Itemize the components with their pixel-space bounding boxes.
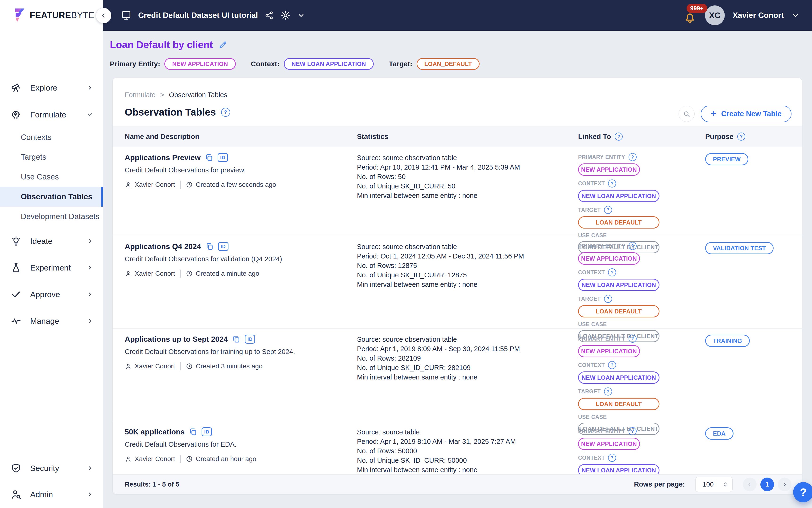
target-pill[interactable]: LOAN_DEFAULT bbox=[417, 58, 480, 70]
help-icon[interactable]: ? bbox=[604, 206, 612, 214]
help-icon[interactable]: ? bbox=[615, 132, 623, 140]
entity-pill[interactable]: NEW APPLICATION bbox=[578, 163, 640, 176]
context-pill[interactable]: NEW LOAN APPLICATION bbox=[284, 58, 374, 70]
sidebar-item-contexts[interactable]: Contexts bbox=[0, 127, 103, 147]
chevron-right-icon bbox=[781, 481, 788, 488]
brand-name-bold: FEATURE bbox=[30, 10, 71, 20]
purpose-cell: TRAINING bbox=[705, 335, 802, 439]
entity-pill[interactable]: NEW APPLICATION bbox=[578, 438, 640, 450]
brand-logo[interactable]: FEATUREBYTE bbox=[0, 0, 103, 31]
purpose-cell: VALIDATION TEST bbox=[705, 242, 802, 346]
table-name-link[interactable]: Applications up to Sept 2024 bbox=[125, 335, 228, 344]
chevron-right-icon bbox=[86, 491, 93, 498]
search-button[interactable] bbox=[679, 106, 694, 122]
help-icon[interactable]: ? bbox=[629, 335, 637, 343]
help-icon[interactable]: ? bbox=[629, 242, 637, 250]
copy-icon[interactable] bbox=[205, 153, 213, 162]
sidebar-item-development-datasets[interactable]: Development Datasets bbox=[0, 207, 103, 226]
copy-icon[interactable] bbox=[189, 428, 197, 436]
chevron-right-icon bbox=[86, 238, 93, 245]
breadcrumb-root[interactable]: Formulate bbox=[125, 91, 155, 99]
help-icon[interactable]: ? bbox=[608, 454, 616, 462]
create-new-table-button[interactable]: + Create New Table bbox=[701, 105, 792, 122]
sidebar-item-label: Formulate bbox=[30, 110, 78, 119]
table-row[interactable]: Applications Preview ID Credit Default O… bbox=[113, 147, 802, 236]
target-pill[interactable]: LOAN DEFAULT bbox=[578, 305, 660, 318]
sidebar-item-use-cases[interactable]: Use Cases bbox=[0, 167, 103, 187]
target-pill[interactable]: LOAN DEFAULT bbox=[578, 216, 660, 228]
previous-page-button[interactable] bbox=[743, 477, 757, 491]
table-name-link[interactable]: Applications Q4 2024 bbox=[125, 242, 201, 251]
project-menu-chevron-icon[interactable] bbox=[297, 11, 305, 19]
table-row[interactable]: Applications Q4 2024 ID Credit Default O… bbox=[113, 236, 802, 329]
entity-pill[interactable]: NEW APPLICATION bbox=[578, 345, 640, 357]
sidebar-item-label: Experiment bbox=[30, 263, 78, 272]
name-cell: Applications up to Sept 2024 ID Credit D… bbox=[125, 335, 357, 439]
sidebar-item-approve[interactable]: Approve bbox=[0, 284, 103, 305]
id-icon[interactable]: ID bbox=[201, 427, 212, 436]
sidebar-item-label: Ideate bbox=[30, 237, 78, 246]
sidebar-item-formulate[interactable]: Formulate bbox=[0, 104, 103, 125]
context-pill[interactable]: NEW LOAN APPLICATION bbox=[578, 279, 660, 291]
settings-gear-icon[interactable] bbox=[280, 10, 290, 20]
notifications-button[interactable]: 999+ bbox=[683, 7, 697, 24]
target-group: Target: LOAN_DEFAULT bbox=[389, 58, 480, 70]
share-icon[interactable] bbox=[265, 11, 274, 20]
page-number-button[interactable]: 1 bbox=[760, 477, 774, 491]
collapse-sidebar-button[interactable] bbox=[96, 8, 111, 23]
clock-icon bbox=[186, 181, 193, 188]
chevron-left-icon bbox=[100, 12, 107, 19]
card-actions: + Create New Table bbox=[679, 105, 792, 122]
sidebar-item-admin[interactable]: Admin bbox=[0, 483, 103, 505]
help-icon[interactable]: ? bbox=[737, 132, 745, 140]
sidebar-subitem-label: Contexts bbox=[21, 133, 51, 142]
edit-title-icon[interactable] bbox=[218, 40, 227, 49]
linked-to-cell: PRIMARY ENTITY? NEW APPLICATION CONTEXT?… bbox=[578, 242, 705, 346]
table-row[interactable]: 50K applications ID Credit Default Obser… bbox=[113, 421, 802, 474]
sidebar-item-security[interactable]: Security bbox=[0, 457, 103, 479]
top-bar: FEATUREBYTE Credit Default Dataset UI tu… bbox=[0, 0, 812, 31]
next-page-button[interactable] bbox=[778, 477, 792, 491]
sidebar-item-explore[interactable]: Explore bbox=[0, 77, 103, 98]
table-header: Name and Description Statistics Linked T… bbox=[113, 126, 802, 147]
name-cell: Applications Q4 2024 ID Credit Default O… bbox=[125, 242, 357, 346]
help-icon[interactable]: ? bbox=[629, 153, 637, 161]
help-icon[interactable]: ? bbox=[221, 108, 230, 117]
context-pill[interactable]: NEW LOAN APPLICATION bbox=[578, 190, 660, 202]
table-description: Credit Default Observations for preview. bbox=[125, 166, 357, 174]
primary-entity-pill[interactable]: NEW APPLICATION bbox=[164, 58, 235, 70]
shield-check-icon bbox=[10, 463, 22, 474]
table-name-link[interactable]: Applications Preview bbox=[125, 153, 200, 162]
help-icon[interactable]: ? bbox=[608, 268, 616, 277]
target-pill[interactable]: LOAN DEFAULT bbox=[578, 398, 660, 410]
id-icon[interactable]: ID bbox=[218, 242, 228, 251]
copy-icon[interactable] bbox=[206, 242, 214, 251]
project-title[interactable]: Credit Default Dataset UI tutorial bbox=[138, 11, 258, 20]
sidebar-item-manage[interactable]: Manage bbox=[0, 310, 103, 332]
id-icon[interactable]: ID bbox=[218, 153, 228, 162]
context-pill[interactable]: NEW LOAN APPLICATION bbox=[578, 372, 660, 384]
sidebar-item-observation-tables[interactable]: Observation Tables bbox=[0, 187, 103, 207]
avatar[interactable]: XC bbox=[705, 5, 725, 25]
table-name-link[interactable]: 50K applications bbox=[125, 428, 185, 436]
sidebar-item-targets[interactable]: Targets bbox=[0, 147, 103, 167]
help-icon[interactable]: ? bbox=[604, 295, 612, 303]
help-icon[interactable]: ? bbox=[629, 427, 637, 435]
purpose-pill: VALIDATION TEST bbox=[705, 242, 774, 254]
user-menu-chevron-icon[interactable] bbox=[792, 11, 799, 19]
copy-icon[interactable] bbox=[232, 335, 240, 343]
statistics-cell: Source: source observation table Period:… bbox=[357, 242, 578, 346]
rows-per-page-select[interactable]: 100 bbox=[695, 477, 732, 492]
entity-pill[interactable]: NEW APPLICATION bbox=[578, 252, 640, 265]
id-icon[interactable]: ID bbox=[245, 335, 255, 344]
context-pill[interactable]: NEW LOAN APPLICATION bbox=[578, 464, 660, 474]
sidebar-item-experiment[interactable]: Experiment bbox=[0, 257, 103, 279]
table-row[interactable]: Applications up to Sept 2024 ID Credit D… bbox=[113, 329, 802, 421]
sidebar-subitem-label: Targets bbox=[21, 153, 46, 162]
created-meta: Created an hour ago bbox=[186, 455, 256, 463]
help-icon[interactable]: ? bbox=[608, 179, 616, 187]
help-fab-button[interactable]: ? bbox=[793, 482, 812, 502]
help-icon[interactable]: ? bbox=[604, 387, 612, 395]
sidebar-item-ideate[interactable]: Ideate bbox=[0, 230, 103, 252]
help-icon[interactable]: ? bbox=[608, 361, 616, 369]
